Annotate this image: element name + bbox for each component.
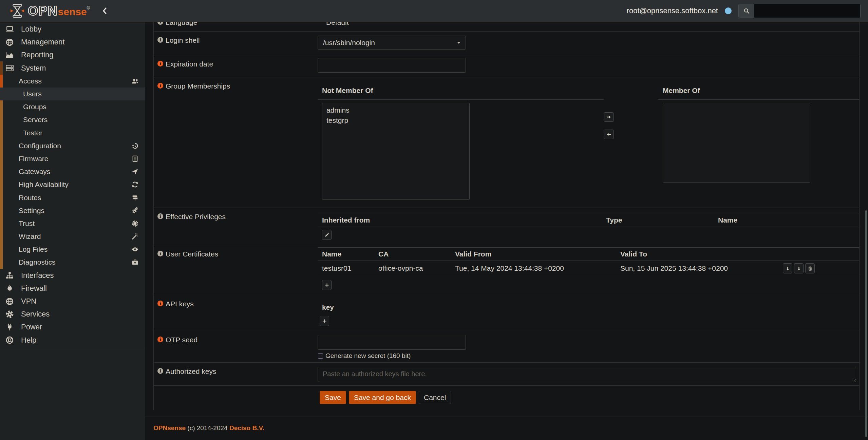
column-header: Valid From (455, 250, 620, 258)
sidebar-item-log-files[interactable]: Log Files (0, 243, 145, 256)
download-certificate-button[interactable] (783, 263, 792, 273)
sidebar-item-interfaces[interactable]: Interfaces (0, 269, 145, 282)
opnsense-footer-link[interactable]: OPNsense (153, 424, 186, 432)
info-icon[interactable]: i (157, 213, 163, 219)
sidebar-item-servers[interactable]: Servers (0, 113, 145, 126)
form-row-authorized-keys: i Authorized keys (154, 363, 859, 386)
sidebar-item-label: Servers (23, 116, 48, 124)
arrow-right-icon (606, 114, 611, 120)
trash-icon (808, 266, 813, 271)
sidebar-item-high-availability[interactable]: High Availability (0, 178, 145, 191)
plus-icon (322, 319, 327, 324)
sidebar-item-management[interactable]: Management (0, 36, 145, 49)
login-shell-select[interactable]: /usr/sbin/nologin (318, 36, 466, 50)
not-member-of-listbox[interactable]: admins testgrp (322, 103, 470, 200)
remove-membership-button[interactable] (604, 130, 614, 139)
sidebar-item-label: Diagnostics (19, 258, 56, 266)
sidebar-item-vpn[interactable]: VPN (0, 295, 145, 308)
sidebar-divider (0, 350, 145, 350)
caret-down-icon (456, 40, 461, 45)
sidebar-item-firewall[interactable]: Firewall (0, 282, 145, 295)
sidebar-item-help[interactable]: Help (0, 334, 145, 347)
certificate-row: testusr01 office-ovpn-ca Tue, 14 May 202… (318, 261, 859, 276)
chevron-left-icon (101, 7, 109, 15)
sidebar-item-reporting[interactable]: Reporting (0, 49, 145, 61)
delete-certificate-button[interactable] (805, 263, 815, 273)
otp-seed-input[interactable] (318, 335, 466, 350)
plus-icon (324, 283, 329, 288)
cancel-button[interactable]: Cancel (419, 391, 451, 404)
info-icon[interactable]: i (157, 251, 163, 256)
top-header: OPN sense ® root@opnsense.softbox.net (0, 0, 868, 22)
sidebar-item-trust[interactable]: Trust (0, 217, 145, 230)
save-button[interactable]: Save (320, 391, 346, 404)
generate-secret-checkbox[interactable] (318, 353, 323, 359)
globe-icon (5, 297, 14, 306)
info-icon[interactable]: i (157, 337, 163, 342)
registered-mark: ® (87, 5, 90, 11)
sidebar-item-routes[interactable]: Routes (0, 191, 145, 204)
deciso-footer-link[interactable]: Deciso B.V. (229, 424, 264, 432)
sidebar-item-power[interactable]: Power (0, 321, 145, 333)
sidebar-item-settings[interactable]: Settings (0, 204, 145, 217)
add-api-key-button[interactable] (320, 316, 329, 326)
sidebar-item-wizard[interactable]: Wizard (0, 230, 145, 243)
info-icon[interactable]: i (157, 37, 163, 43)
authorized-keys-textarea[interactable] (318, 367, 856, 382)
vertical-scrollbar[interactable] (865, 210, 867, 437)
column-header: Valid To (620, 250, 859, 258)
sidebar-collapse-button[interactable] (101, 7, 109, 15)
group-option[interactable]: testgrp (322, 115, 469, 126)
info-icon[interactable]: i (157, 301, 163, 306)
life-ring-icon (5, 336, 14, 344)
sidebar-item-label: Log Files (19, 245, 48, 253)
column-header: Name (718, 216, 859, 224)
sidebar-item-diagnostics[interactable]: Diagnostics (0, 256, 145, 269)
sidebar-item-label: Help (21, 336, 36, 345)
search-icon-segment (739, 4, 754, 18)
status-dot[interactable] (725, 7, 732, 14)
sidebar-item-lobby[interactable]: Lobby (0, 23, 145, 36)
sidebar-item-access[interactable]: Access (0, 75, 145, 88)
member-of-listbox[interactable] (663, 103, 810, 183)
field-label: Authorized keys (166, 367, 216, 376)
sidebar-item-groups[interactable]: Groups (0, 100, 145, 113)
sidebar-item-configuration[interactable]: Configuration (0, 139, 145, 152)
column-header: CA (378, 250, 455, 258)
certificates-table-header: Name CA Valid From Valid To (318, 248, 859, 261)
sidebar-item-firmware[interactable]: Firmware (0, 152, 145, 165)
edit-privileges-button[interactable] (322, 230, 332, 240)
group-option[interactable]: admins (322, 105, 469, 115)
certificate-ca: office-ovpn-ca (378, 264, 455, 272)
language-value: Default (326, 22, 349, 26)
firmware-icon (131, 155, 139, 162)
field-label: Language (166, 22, 197, 26)
info-icon[interactable]: i (157, 22, 163, 25)
add-certificate-button[interactable] (322, 280, 332, 290)
sidebar-item-users[interactable]: Users (0, 88, 145, 100)
info-icon[interactable]: i (157, 61, 163, 66)
sidebar-item-services[interactable]: Services (0, 308, 145, 321)
form-row-expiration-date: i Expiration date (154, 55, 859, 77)
map-signs-icon (131, 194, 139, 202)
sidebar-item-label: Management (21, 38, 64, 46)
info-icon[interactable]: i (157, 368, 163, 374)
sidebar-item-tester[interactable]: Tester (0, 127, 145, 139)
search-input[interactable] (754, 4, 860, 18)
opnsense-logo[interactable]: OPN sense ® (10, 3, 90, 18)
brand-prefix: OPN (28, 3, 58, 18)
download-ca-button[interactable] (794, 263, 804, 273)
global-search (738, 4, 861, 18)
sidebar-item-gateways[interactable]: Gateways (0, 165, 145, 178)
save-and-go-back-button[interactable]: Save and go back (349, 391, 416, 404)
expiration-date-input[interactable] (318, 58, 466, 73)
info-icon[interactable]: i (157, 83, 163, 89)
server-icon (5, 64, 14, 72)
form-row-login-shell: i Login shell /usr/sbin/nologin (154, 32, 859, 55)
form-row-otp-seed: i OTP seed Generate new secret (160 bit) (154, 331, 859, 363)
sidebar-item-label: Trust (19, 219, 35, 228)
add-membership-button[interactable] (604, 112, 614, 122)
sidebar-item-system[interactable]: System (0, 62, 145, 75)
sidebar-item-label: Lobby (21, 25, 41, 34)
certificate-valid-to: Sun, 15 Jun 2025 13:44:38 +0200 (620, 264, 728, 272)
